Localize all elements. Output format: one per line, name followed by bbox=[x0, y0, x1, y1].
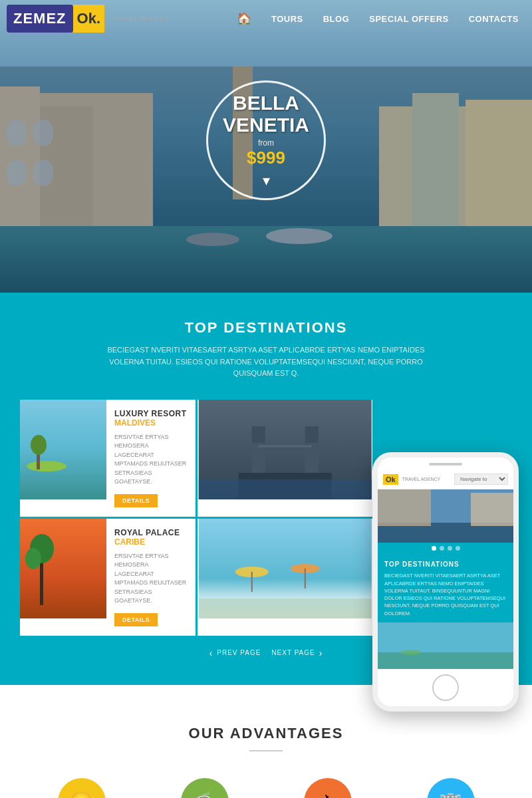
phone-home-button[interactable] bbox=[432, 674, 459, 701]
dest-card-beach bbox=[198, 519, 373, 636]
dest-details-btn-caribe[interactable]: DETAILS bbox=[114, 613, 158, 626]
dest-name-caribe: ROYAL PALACE bbox=[114, 528, 188, 537]
logo-ok-suffix: Ok. bbox=[73, 5, 104, 33]
main-nav: 🏠 TOURS BLOG SPECIAL OFFERS CONTACTS bbox=[237, 11, 532, 26]
phone-dest-img bbox=[378, 622, 513, 669]
nav-blog[interactable]: BLOG bbox=[323, 14, 350, 24]
hotel-info-icon-circle: 🏢 bbox=[427, 778, 475, 798]
hotel-info-icon: 🏢 bbox=[439, 791, 462, 798]
next-page-btn[interactable]: NEXT PAGE › bbox=[271, 648, 323, 658]
dest-name-maldives: LUXURY RESORT bbox=[114, 409, 188, 418]
dest-img-caribe bbox=[20, 519, 106, 618]
nav-contacts[interactable]: CONTACTS bbox=[469, 14, 519, 24]
dest-location-caribe: CARIBE bbox=[114, 537, 188, 547]
dest-desc-caribe: ERSIVTAE ERTYAS HEMOSERA LAGECEARAT MPTA… bbox=[114, 552, 188, 606]
travel-guide-icon: ✈ bbox=[320, 791, 335, 798]
svg-rect-28 bbox=[198, 479, 371, 499]
hero-section: ZEMEZOk. TRAVEL AGENCY 🏠 TOURS BLOG SPEC… bbox=[0, 0, 532, 293]
logo-zemez: ZEMEZ bbox=[7, 5, 73, 33]
svg-point-18 bbox=[27, 461, 66, 471]
svg-point-46 bbox=[401, 650, 421, 655]
hero-from-label: from bbox=[258, 138, 274, 148]
nav-special-offers[interactable]: SPECIAL OFFERS bbox=[369, 14, 448, 24]
phone-dots bbox=[378, 543, 513, 554]
phone-logo-tagline: TRAVEL AGENCY bbox=[402, 477, 441, 481]
svg-point-20 bbox=[31, 435, 47, 455]
svg-rect-43 bbox=[471, 493, 513, 526]
adv-item-travel-guide: ✈ TRAVEL GUIDE Vaserbo neraftaes sefy kr… bbox=[273, 778, 382, 798]
travel-guide-icon-circle: ✈ bbox=[304, 778, 352, 798]
next-arrow-icon: › bbox=[319, 648, 323, 658]
prev-page-label: PREV PAGE bbox=[217, 649, 261, 656]
svg-rect-38 bbox=[304, 569, 305, 589]
adv-item-hot-tours: ☕ HOT TOURS Vaerbo neraftaes sefy krsca … bbox=[150, 778, 259, 798]
top-destinations-section: TOP DESTINATIONS BECIEGAST NVERITI VITAE… bbox=[0, 293, 532, 685]
home-icon[interactable]: 🏠 bbox=[237, 11, 251, 26]
dest-desc-maldives: ERSIVTAE ERTYAS HEMOSERA LAGECEARAT MPTA… bbox=[114, 433, 188, 487]
phone-dot-1 bbox=[432, 546, 436, 551]
dest-details-btn-maldives[interactable]: DETAILS bbox=[114, 494, 158, 507]
svg-point-32 bbox=[25, 548, 41, 569]
phone-hero-img bbox=[378, 489, 513, 543]
dest-content-maldives: LUXURY RESORT MALDIVES ERSIVTAE ERTYAS H… bbox=[106, 400, 196, 517]
phone-mockup: Ok TRAVEL AGENCY Navigate to bbox=[372, 452, 519, 712]
destinations-layout: LUXURY RESORT MALDIVES ERSIVTAE ERTYAS H… bbox=[20, 400, 512, 636]
dest-img-maldives bbox=[20, 400, 106, 499]
main-header: ZEMEZOk. TRAVEL AGENCY 🏠 TOURS BLOG SPEC… bbox=[0, 0, 532, 37]
adv-item-hotel-info: 🏢 HOTEL INFO Vaerbo neraftaes sefy krsca… bbox=[396, 778, 505, 798]
svg-rect-25 bbox=[305, 426, 318, 443]
next-page-label: NEXT PAGE bbox=[271, 649, 315, 656]
phone-section-title: TOP DESTINATIONS bbox=[384, 561, 507, 568]
phone-dot-3 bbox=[448, 546, 452, 551]
prev-arrow-icon: ‹ bbox=[209, 648, 213, 658]
phone-dot-4 bbox=[456, 546, 460, 551]
phone-dot-2 bbox=[440, 546, 444, 551]
svg-rect-45 bbox=[378, 652, 513, 669]
advantages-grid: 😊 CONSULTING Vaserbo neraftaes sefy krsc… bbox=[27, 778, 505, 798]
dest-card-maldives: LUXURY RESORT MALDIVES ERSIVTAE ERTYAS H… bbox=[20, 400, 196, 517]
dest-card-caribe: ROYAL PALACE CARIBE ERSIVTAE ERTYAS HEMO… bbox=[20, 519, 196, 636]
phone-speaker bbox=[429, 463, 462, 466]
prev-page-btn[interactable]: ‹ PREV PAGE bbox=[209, 648, 261, 658]
phone-nav-bar: Ok TRAVEL AGENCY Navigate to bbox=[378, 469, 513, 489]
dest-location-maldives: MALDIVES bbox=[114, 418, 188, 428]
phone-section-text: BECIEGAST NVERITI VITAESAERT ASRTYA ASET… bbox=[384, 572, 507, 617]
top-destinations-subtitle: BECIEGAST NVERITI VITAESAERT ASRTYA ASET… bbox=[100, 344, 432, 380]
logo-tagline: TRAVEL AGENCY bbox=[111, 15, 169, 23]
hero-circle: BELLA VENETIA from $999 ▾ bbox=[206, 80, 326, 200]
dest-content-caribe: ROYAL PALACE CARIBE ERSIVTAE ERTYAS HEMO… bbox=[106, 519, 196, 636]
hot-tours-icon-circle: ☕ bbox=[181, 778, 229, 798]
svg-rect-39 bbox=[198, 598, 371, 618]
hero-destination: BELLA VENETIA bbox=[208, 92, 324, 136]
phone-logo-ok: Ok bbox=[383, 474, 398, 485]
phone-top-destinations: TOP DESTINATIONS BECIEGAST NVERITI VITAE… bbox=[378, 554, 513, 622]
hot-tours-icon: ☕ bbox=[193, 791, 216, 798]
consulting-icon: 😊 bbox=[70, 791, 93, 798]
svg-rect-36 bbox=[251, 572, 252, 592]
nav-tours[interactable]: TOURS bbox=[271, 14, 303, 24]
logo-box: ZEMEZOk. TRAVEL AGENCY bbox=[0, 5, 169, 33]
advantages-title: OUR ADVANTAGES bbox=[27, 725, 505, 751]
svg-rect-42 bbox=[378, 489, 431, 526]
phone-nav-select[interactable]: Navigate to bbox=[454, 473, 508, 485]
hero-chevron-down[interactable]: ▾ bbox=[263, 172, 270, 190]
phone-screen: Ok TRAVEL AGENCY Navigate to bbox=[378, 469, 513, 669]
top-destinations-title: TOP DESTINATIONS bbox=[20, 319, 512, 336]
destinations-grid: LUXURY RESORT MALDIVES ERSIVTAE ERTYAS H… bbox=[20, 400, 372, 636]
consulting-icon-circle: 😊 bbox=[58, 778, 106, 798]
hero-price: $999 bbox=[247, 148, 285, 168]
dest-card-london bbox=[198, 400, 373, 517]
adv-item-consulting: 😊 CONSULTING Vaserbo neraftaes sefy krsc… bbox=[27, 778, 136, 798]
svg-rect-24 bbox=[251, 426, 265, 443]
